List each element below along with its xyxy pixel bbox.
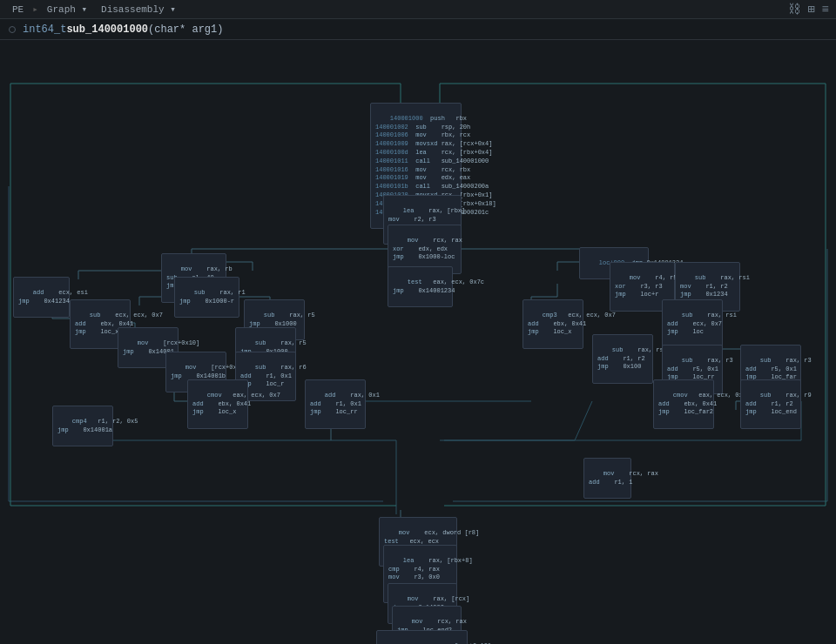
asm-node-26[interactable]: cmp4 r1, r2, 0x5 jmp 0x14001a [52,406,113,446]
hamburger-icon[interactable]: ≡ [822,3,829,17]
menubar: PE ▸ Graph ▾ Disassembly ▾ ⛓ ⊞ ≡ [0,0,836,19]
asm-node-15[interactable]: cmp3 ecx, ecx, 0x7 add ebx, 0x41 jmp loc… [522,299,583,349]
split-icon[interactable]: ⊞ [807,2,814,17]
asm-node-24[interactable]: cmov eax, ecx, 0x7 add ebx, 0x41 jmp loc… [653,379,714,429]
asm-node-27[interactable]: mov rcx, rax add r1, 1 [583,458,631,499]
function-signature-bar: int64_t sub_140001000 (char* arg1) [0,19,836,40]
asm-node-16[interactable]: sub rax, rsi add ecx, 0x7 jmp loc [662,299,723,349]
menu-left: PE ▸ Graph ▾ Disassembly ▾ [7,2,181,17]
menu-graph[interactable]: Graph ▾ [42,2,92,17]
graph-canvas[interactable]: 140001000 push rbx 140001002 sub rsp, 20… [0,40,836,644]
asm-node-6[interactable]: sub rax, r1 jmp 0x1000-r [174,277,239,318]
return-type: int64_t [23,23,66,36]
asm-node-7[interactable]: test eax, ecx, 0x7c jmp 0x14001234 [388,266,453,307]
asm-node-22[interactable]: cmov eax, ecx, 0x7 add ebx, 0x41 jmp loc… [187,379,248,429]
asm-node-25[interactable]: sub rax, r9 add r1, r2 jmp loc_end [740,379,801,429]
asm-node-5[interactable]: add ecx, esi jmp 0x41234 [13,277,70,318]
asm-node-23[interactable]: add rax, 0x1 add r1, 0x1 jmp loc_rr [305,379,366,429]
asm-node-19[interactable]: sub rax, rsi add r1, r2 jmp 0x100 [592,334,653,384]
menu-right: ⛓ ⊞ ≡ [788,2,829,17]
menu-disassembly[interactable]: Disassembly ▾ [96,2,181,17]
asm-node-final[interactable]: mov rcx, sar [rcx+0x10] add rsp, rsp-0x2… [376,630,468,644]
func-indicator [9,26,16,33]
func-params: (char* arg1) [148,23,223,36]
link-icon[interactable]: ⛓ [788,3,800,17]
menu-pe[interactable]: PE [7,3,29,17]
func-name: sub_140001000 [66,23,148,36]
